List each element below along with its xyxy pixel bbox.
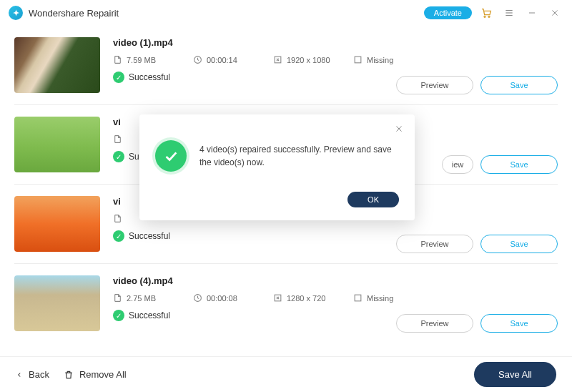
file-icon [113,134,122,144]
save-button[interactable]: Save [480,314,558,333]
info-icon [353,55,363,64]
save-all-button[interactable]: Save All [474,362,556,387]
svg-point-0 [484,16,485,17]
svg-point-1 [488,16,490,17]
video-filename: video (1).mp4 [113,37,558,48]
file-icon [113,55,122,64]
close-icon [395,124,403,133]
titlebar: ✦ Wondershare Repairit Activate [0,0,572,26]
resolution-icon [273,293,282,303]
video-thumbnail[interactable] [14,37,100,93]
chevron-left-icon [16,370,23,380]
ok-button[interactable]: OK [347,192,399,207]
footer: Back Remove All Save All [0,356,572,392]
info-icon [353,293,363,303]
video-thumbnail[interactable] [14,275,100,331]
extra-info: Missing [353,293,410,303]
preview-button[interactable]: iew [442,155,473,174]
menu-icon[interactable] [500,4,518,21]
save-button[interactable]: Save [480,155,558,174]
back-label: Back [29,369,49,380]
file-icon [113,214,122,223]
duration: 00:00:14 [193,55,250,64]
app-logo-icon: ✦ [9,6,23,20]
preview-button[interactable]: Preview [396,314,473,333]
video-row: video (1).mp4 7.59 MB 00:00:14 1920 x 10… [14,26,558,105]
file-icon [113,293,122,303]
resolution: 1280 x 720 [273,293,330,303]
clock-icon [193,293,202,303]
success-check-icon [155,140,187,172]
svg-rect-13 [355,295,361,301]
preview-button[interactable]: Preview [396,76,473,94]
resolution: 1920 x 1080 [273,55,330,64]
duration: 00:00:08 [193,293,250,303]
file-size: 2.75 MB [113,293,170,303]
video-row: video (4).mp4 2.75 MB 00:00:08 1280 x 72… [14,264,558,343]
minimize-icon[interactable] [523,4,541,21]
close-icon[interactable] [546,4,563,21]
extra-info: Missing [353,55,410,64]
save-button[interactable]: Save [480,235,558,253]
svg-rect-10 [355,57,361,63]
video-filename: video (4).mp4 [113,275,558,286]
modal-message: 4 video(s) repaired successfully. Previe… [199,140,399,169]
clock-icon [193,55,202,64]
app-title: Wondershare Repairit [29,8,119,19]
back-button[interactable]: Back [16,369,49,380]
trash-icon [64,370,74,380]
success-icon: ✓ [113,151,124,162]
file-size: 7.59 MB [113,55,170,64]
video-thumbnail[interactable] [14,196,100,252]
preview-button[interactable]: Preview [396,235,473,253]
success-icon: ✓ [113,72,124,83]
resolution-icon [273,55,282,64]
video-thumbnail[interactable] [14,117,100,172]
cart-icon[interactable] [478,4,495,21]
success-icon: ✓ [113,310,124,321]
success-icon: ✓ [113,230,124,242]
remove-all-button[interactable]: Remove All [64,369,127,380]
activate-button[interactable]: Activate [424,6,472,19]
remove-all-label: Remove All [79,369,127,380]
save-button[interactable]: Save [480,76,558,94]
modal-close-button[interactable] [392,122,406,136]
success-modal: 4 video(s) repaired successfully. Previe… [139,114,415,220]
